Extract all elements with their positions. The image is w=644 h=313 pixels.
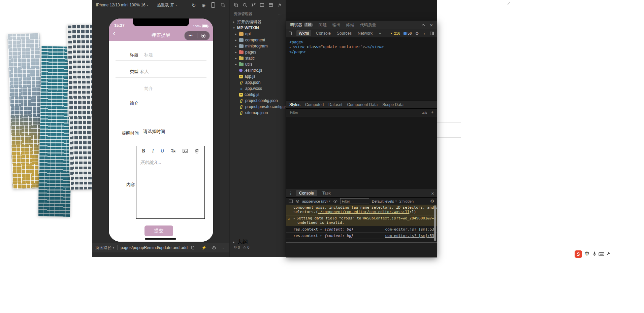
tree-item-sitemap[interactable]: sitemap.json (230, 110, 286, 116)
eye-icon[interactable] (212, 246, 216, 250)
microphone-icon[interactable] (592, 251, 597, 256)
expand-icon[interactable]: ▸ (320, 234, 322, 237)
tree-item-api[interactable]: ▸api (230, 31, 286, 37)
expand-icon[interactable]: ▸ (293, 216, 295, 221)
ime-language-toggle[interactable]: 中 (585, 251, 589, 257)
tab-debugger[interactable]: 调试器 216 (290, 22, 313, 28)
tab-task[interactable]: Task (320, 190, 333, 196)
section-outline[interactable]: ▸ 大纲 (230, 239, 286, 245)
context-selector[interactable]: appservice (#3) ▾ (302, 199, 330, 203)
kebab-menu-icon[interactable]: ⋮ (289, 191, 293, 196)
compile-icon[interactable]: ⚡ (201, 245, 206, 250)
wxml-tree[interactable]: <page> ▸<view class="update-container">…… (286, 37, 437, 103)
tree-item-component[interactable]: ▸component (230, 37, 286, 43)
phone-icon[interactable] (211, 2, 215, 8)
new-style-rule-button[interactable]: + (431, 110, 433, 115)
tab-scope-data[interactable]: Scope Data (382, 102, 404, 107)
tab-wxml[interactable]: Wxml (296, 30, 311, 36)
scrollbar[interactable] (434, 205, 436, 241)
more-tabs-icon[interactable]: » (377, 30, 382, 36)
more-actions-icon[interactable]: ⋯ (278, 12, 282, 16)
console-prompt[interactable]: > (286, 239, 437, 242)
log-levels-selector[interactable]: Default levels ▾ (372, 199, 397, 203)
expand-icon[interactable]: ▸ (320, 228, 322, 231)
console-settings-icon[interactable]: ⚙ (430, 199, 434, 204)
ime-logo[interactable]: S (575, 250, 582, 258)
submit-button[interactable]: 提交 (144, 225, 173, 236)
trash-button[interactable] (195, 149, 199, 153)
source-link[interactable]: ./component/com-editor/com-editor.wxss:1… (318, 210, 410, 214)
new-window-icon[interactable] (268, 3, 273, 7)
bold-button[interactable]: B (142, 148, 145, 154)
page-path-selector[interactable]: 页面路径 ▾ (95, 245, 114, 251)
time-picker[interactable]: 请选择时间 (143, 129, 165, 135)
source-link[interactable]: com-editor.js? [sm]:53 (385, 234, 434, 238)
pin-icon[interactable] (506, 1, 511, 6)
italic-button[interactable]: I (152, 148, 154, 154)
tab-dataset[interactable]: Dataset (328, 102, 342, 107)
warnings-counter[interactable]: ▲216 (390, 31, 400, 35)
settings-gear-icon[interactable]: ⚙ (415, 31, 419, 36)
clean-icon[interactable] (277, 3, 282, 7)
styles-filter-input[interactable] (289, 110, 422, 115)
inspect-element-icon[interactable] (289, 31, 293, 36)
expand-icon[interactable]: ▸ (289, 45, 293, 49)
eye-icon[interactable] (333, 200, 337, 203)
kebab-menu-icon[interactable]: ⋮ (422, 31, 426, 36)
tree-item-static[interactable]: ▸static (230, 55, 286, 61)
tab-sources[interactable]: Sources (335, 30, 353, 36)
intro-input[interactable]: 简介 (144, 85, 153, 92)
more-icon[interactable]: ⋯ (221, 245, 226, 250)
tree-item-config-js[interactable]: config.js (230, 92, 286, 98)
tab-network[interactable]: Network (356, 30, 374, 36)
tab-console[interactable]: Console (315, 30, 332, 36)
tree-item-app-wxss[interactable]: app.wxss (230, 85, 286, 92)
wxml-line-page-open[interactable]: <page> (289, 40, 437, 44)
console-sidebar-icon[interactable] (289, 199, 293, 203)
console-resize-handle[interactable] (286, 242, 437, 243)
search-icon[interactable] (243, 3, 247, 7)
tab-computed[interactable]: Computed (305, 102, 324, 107)
underline-button[interactable]: U (161, 148, 164, 153)
close-console-icon[interactable]: × (431, 191, 434, 196)
tree-item-utils[interactable]: ▸utils (230, 61, 286, 67)
hidden-count[interactable]: 2 hidden (399, 199, 414, 203)
back-button[interactable]: ‹ (113, 29, 116, 37)
close-icon[interactable]: × (430, 23, 433, 28)
tree-item-eslintrc[interactable]: .eslintrc.js (230, 67, 286, 73)
dock-side-icon[interactable] (430, 31, 434, 35)
record-icon[interactable]: ◉ (202, 3, 205, 7)
type-picker[interactable]: 私人 (140, 69, 149, 75)
tab-problems[interactable]: 问题 (319, 22, 327, 28)
tree-item-miniprogram[interactable]: ▸miniprogram (230, 43, 286, 49)
tree-item-project-config[interactable]: project.config.json (230, 98, 286, 104)
tab-component-data[interactable]: Component Data (347, 102, 378, 107)
tab-styles[interactable]: Styles (289, 102, 300, 107)
section-open-editors[interactable]: ▸ 打开的编辑器 (230, 19, 286, 25)
wxml-line-view[interactable]: ▸<view class="update-container">…</view> (289, 44, 437, 49)
split-editor-icon[interactable] (260, 3, 264, 7)
clear-console-icon[interactable]: ⊘ (296, 199, 299, 203)
source-link[interactable]: WASubContext.js?t=we_28496001&v=2.19.4:2 (362, 216, 437, 221)
rich-text-editor[interactable]: B I U Tx 开始输入... (136, 146, 205, 219)
home-icon[interactable] (197, 34, 210, 38)
source-link[interactable]: com-editor.js? [sm]:53 (385, 227, 434, 232)
title-input[interactable]: 标题 (144, 52, 153, 58)
tree-item-app-js[interactable]: app.js (230, 73, 286, 79)
tab-console[interactable]: Console (296, 190, 317, 196)
clear-format-button[interactable]: Tx (171, 149, 175, 153)
issues-counter[interactable]: 56 (404, 31, 412, 35)
tree-item-app-json[interactable]: app.json (230, 79, 286, 85)
keyboard-icon[interactable] (599, 252, 604, 256)
tree-item-pages[interactable]: ▸pages (230, 49, 286, 55)
tab-terminal[interactable]: 终端 (346, 22, 354, 28)
tree-item-project-private-config[interactable]: project.private.config.js... (230, 104, 286, 110)
console-filter-input[interactable] (340, 198, 369, 204)
collapse-icon[interactable] (421, 24, 425, 26)
tab-code-quality[interactable]: 代码质量 (360, 22, 376, 28)
device-selector[interactable]: iPhone 12/13 mini 100% 16 ▾ (96, 3, 148, 7)
insert-image-button[interactable] (183, 149, 188, 153)
cls-toggle[interactable]: .cls (422, 111, 427, 114)
git-branch-icon[interactable] (251, 3, 256, 7)
wxml-line-page-close[interactable]: </page> (289, 49, 437, 54)
